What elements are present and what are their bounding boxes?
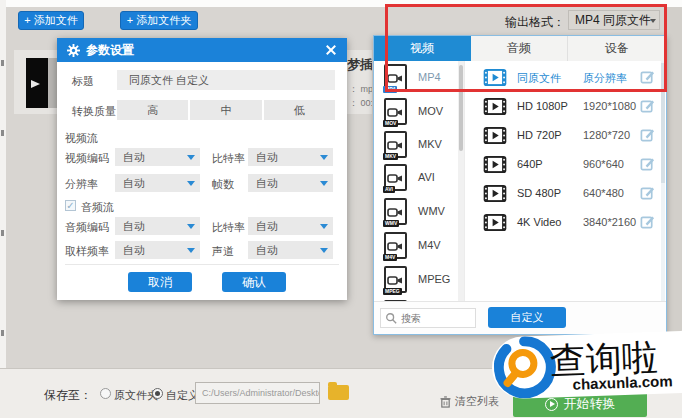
file-duration-fragment: ： 00:0 xyxy=(349,97,372,110)
chevron-down-icon xyxy=(320,181,328,186)
quality-medium[interactable]: 中 xyxy=(190,100,261,120)
audio-codec-label: 音频编码 xyxy=(65,220,109,235)
format-name: AVI xyxy=(418,171,435,183)
format-item-mkv[interactable]: MKV MKV xyxy=(374,128,458,162)
film-icon xyxy=(483,185,507,202)
channel-value: 自动 xyxy=(256,243,278,258)
title-label: 标题 xyxy=(72,74,94,89)
chevron-down-icon xyxy=(187,248,195,253)
resolution-name: 640P xyxy=(517,158,543,170)
resolution-row-original[interactable]: 同原文件 原分辨率 xyxy=(465,63,665,92)
resolution-name: HD 720P xyxy=(517,129,562,141)
video-bitrate-select[interactable]: 自动 xyxy=(248,148,333,166)
add-file-button[interactable]: + 添加文件 xyxy=(18,11,84,30)
quality-high[interactable]: 高 xyxy=(117,100,188,120)
format-name: WMV xyxy=(418,205,445,217)
radio-original-folder[interactable] xyxy=(100,388,111,399)
tab-device[interactable]: 设备 xyxy=(568,36,666,61)
audio-bitrate-label: 比特率 xyxy=(212,220,245,235)
quality-segment-group: 高 中 低 xyxy=(117,100,335,120)
format-item-mp4[interactable]: MP4 MP4 xyxy=(374,61,458,95)
audio-stream-checkbox[interactable]: ✓ xyxy=(65,200,76,211)
resolution-name: HD 1080P xyxy=(517,100,568,112)
film-icon xyxy=(483,156,507,173)
format-item-wmv[interactable]: WMV WMV xyxy=(374,195,458,229)
video-file-icon: WMV xyxy=(384,198,407,225)
search-box xyxy=(380,308,476,328)
edit-icon[interactable] xyxy=(640,98,655,113)
dialog-header[interactable]: 参数设置 xyxy=(57,38,347,62)
video-file-icon: MPEG xyxy=(384,266,407,293)
add-folder-button[interactable]: + 添加文件夹 xyxy=(120,11,198,30)
film-icon xyxy=(483,69,507,86)
format-badge: MPEG xyxy=(383,288,402,295)
clear-list-button[interactable]: 清空列表 xyxy=(440,394,499,409)
resolution-label: 分辨率 xyxy=(65,177,98,192)
format-name: MOV xyxy=(418,105,443,117)
resolution-row-1080p[interactable]: HD 1080P 1920*1080 xyxy=(465,92,665,121)
audio-stream-section-label: 音频流 xyxy=(81,200,114,215)
parameter-settings-dialog: 参数设置 标题 同原文件 自定义 转换质量 高 中 低 视频流 视频编码 自动 … xyxy=(57,38,347,300)
quality-low[interactable]: 低 xyxy=(264,100,335,120)
channel-select[interactable]: 自动 xyxy=(248,241,333,259)
video-file-icon: MOV xyxy=(384,98,407,125)
resolution-row-4k[interactable]: 4K Video 3840*2160 xyxy=(465,208,665,237)
video-bitrate-value: 自动 xyxy=(256,150,278,165)
app-window: + 添加文件 + 添加文件夹 输出格式： MP4 同原文件 梦插 ： mp ： … xyxy=(0,0,682,418)
format-name: MP4 xyxy=(418,71,441,83)
video-file-icon: M4V xyxy=(384,232,407,259)
save-path-input[interactable] xyxy=(195,382,320,404)
resolution-name: SD 480P xyxy=(517,187,561,199)
sample-rate-value: 自动 xyxy=(123,243,145,258)
film-icon xyxy=(483,214,507,231)
video-thumbnail xyxy=(26,58,48,108)
framerate-label: 帧数 xyxy=(212,177,234,192)
framerate-select[interactable]: 自动 xyxy=(248,174,333,192)
resolution-row-480p[interactable]: SD 480P 640*480 xyxy=(465,179,665,208)
title-field[interactable]: 同原文件 自定义 xyxy=(117,70,335,90)
format-item-mpeg[interactable]: MPEG MPEG xyxy=(374,263,458,297)
resolution-value: 960*640 xyxy=(583,158,624,170)
resolution-row-640p[interactable]: 640P 960*640 xyxy=(465,150,665,179)
gear-icon xyxy=(67,44,80,57)
search-input[interactable] xyxy=(401,310,471,326)
file-name-fragment: 梦插 xyxy=(347,56,372,74)
format-item-mov[interactable]: MOV MOV xyxy=(374,95,458,129)
chevron-down-icon xyxy=(320,248,328,253)
sample-rate-select[interactable]: 自动 xyxy=(115,241,200,259)
close-icon[interactable] xyxy=(323,42,339,58)
format-badge: AVI xyxy=(383,186,395,193)
output-format-dropdown[interactable]: MP4 同原文件 xyxy=(568,10,660,30)
format-item-m4v[interactable]: M4V M4V xyxy=(374,229,458,263)
confirm-button[interactable]: 确认 xyxy=(222,272,286,292)
resolution-list-scrollbar[interactable] xyxy=(661,61,665,301)
resolution-value: 1920*1080 xyxy=(583,100,636,112)
video-codec-select[interactable]: 自动 xyxy=(115,148,200,166)
audio-codec-select[interactable]: 自动 xyxy=(115,217,200,235)
custom-format-button[interactable]: 自定义 xyxy=(488,307,566,328)
edit-icon[interactable] xyxy=(640,185,655,200)
format-item-avi[interactable]: AVI AVI xyxy=(374,161,458,195)
trash-icon xyxy=(440,396,451,408)
play-circle-icon xyxy=(545,398,558,411)
video-codec-label: 视频编码 xyxy=(65,151,109,166)
chevron-down-icon xyxy=(187,155,195,160)
folder-icon[interactable] xyxy=(328,385,349,400)
cancel-button[interactable]: 取消 xyxy=(128,272,192,292)
format-select-panel: 视频 音频 设备 MP4 MP4 MOV MOV xyxy=(373,35,667,335)
edit-icon[interactable] xyxy=(640,127,655,142)
tab-audio[interactable]: 音频 xyxy=(471,36,569,61)
resolution-select[interactable]: 自动 xyxy=(115,174,200,192)
resolution-row-720p[interactable]: HD 720P 1280*720 xyxy=(465,121,665,150)
output-format-value: MP4 同原文件 xyxy=(575,12,651,29)
channel-label: 声道 xyxy=(212,244,234,259)
tab-video[interactable]: 视频 xyxy=(374,36,471,61)
edit-icon[interactable] xyxy=(640,156,655,171)
video-stream-section-label: 视频流 xyxy=(65,131,98,146)
audio-bitrate-select[interactable]: 自动 xyxy=(248,217,333,235)
edit-icon[interactable] xyxy=(640,69,655,84)
start-convert-label: 开始转换 xyxy=(564,395,616,413)
resolution-value: 自动 xyxy=(123,176,145,191)
radio-custom-folder[interactable] xyxy=(152,388,163,399)
edit-icon[interactable] xyxy=(640,214,655,229)
